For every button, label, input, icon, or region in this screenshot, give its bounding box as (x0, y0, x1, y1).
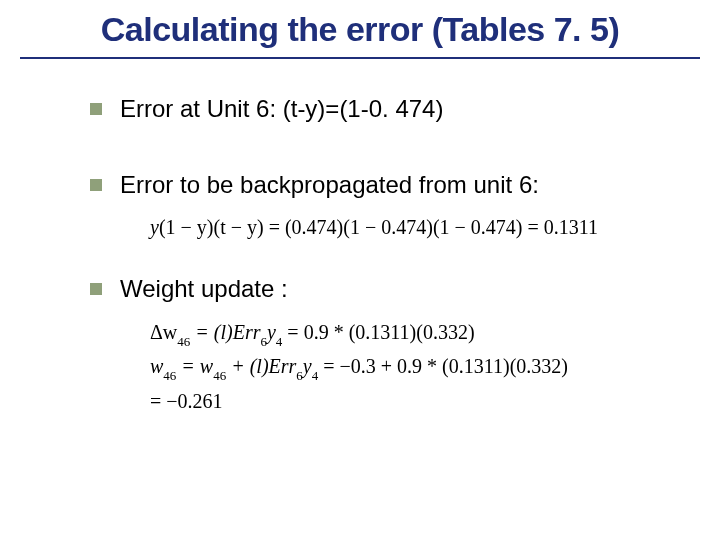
num: (0.474) (285, 216, 343, 238)
content-area: Error at Unit 6: (t-y)=(1-0. 474) Error … (0, 59, 720, 418)
eq: = (264, 216, 285, 238)
bullet-item: Error at Unit 6: (t-y)=(1-0. 474) (90, 93, 660, 125)
result: = −0.261 (150, 390, 223, 412)
bullet-text: Error to be backpropagated from unit 6: (120, 169, 539, 201)
formula-backprop: y(1 − y)(t − y) = (0.474)(1 − 0.474)(1 −… (90, 211, 660, 243)
expr: = −0.3 + 0.9 * (0.1311)(0.332) (318, 355, 568, 377)
square-bullet-icon (90, 179, 102, 191)
formula-weight-update: Δw46 = (l)Err6y4 = 0.9 * (0.1311)(0.332)… (90, 316, 660, 418)
bullet-item: Error to be backpropagated from unit 6: (90, 169, 660, 201)
subscript: 6 (260, 334, 267, 349)
formula-line: y(1 − y)(t − y) = (0.474)(1 − 0.474)(1 −… (150, 211, 660, 243)
expr: = (l)Err (190, 321, 260, 343)
subscript: 46 (177, 334, 190, 349)
subscript: 6 (296, 368, 303, 383)
subscript: 46 (213, 368, 226, 383)
bullet-text: Weight update : (120, 273, 288, 305)
subscript: 46 (163, 368, 176, 383)
square-bullet-icon (90, 283, 102, 295)
square-bullet-icon (90, 103, 102, 115)
expr: = w (176, 355, 213, 377)
subscript: 4 (276, 334, 283, 349)
slide: Calculating the error (Tables 7. 5) Erro… (0, 0, 720, 540)
expr: (1 − y) (159, 216, 214, 238)
bullet-item: Weight update : (90, 273, 660, 305)
formula-line: w46 = w46 + (l)Err6y4 = −0.3 + 0.9 * (0.… (150, 350, 660, 385)
expr: + (l)Err (226, 355, 296, 377)
formula-line: = −0.261 (150, 385, 660, 417)
slide-title: Calculating the error (Tables 7. 5) (20, 8, 700, 51)
expr: (t − y) (214, 216, 264, 238)
var: y (303, 355, 312, 377)
var: y (267, 321, 276, 343)
bullet-text: Error at Unit 6: (t-y)=(1-0. 474) (120, 93, 443, 125)
result: = 0.1311 (522, 216, 598, 238)
sym: w (150, 355, 163, 377)
formula-line: Δw46 = (l)Err6y4 = 0.9 * (0.1311)(0.332) (150, 316, 660, 351)
var-y: y (150, 216, 159, 238)
expr: = 0.9 * (0.1311)(0.332) (282, 321, 474, 343)
num: (1 − 0.474) (433, 216, 523, 238)
title-block: Calculating the error (Tables 7. 5) (0, 0, 720, 59)
sym: Δw (150, 321, 177, 343)
subscript: 4 (312, 368, 319, 383)
num: (1 − 0.474) (343, 216, 433, 238)
